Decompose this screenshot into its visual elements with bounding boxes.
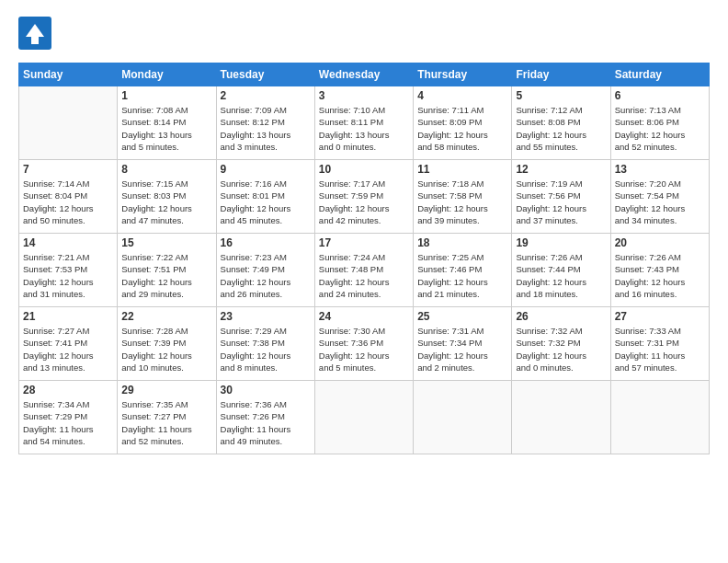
calendar-cell: 28Sunrise: 7:34 AMSunset: 7:29 PMDayligh… xyxy=(19,381,118,454)
day-info: Sunrise: 7:17 AMSunset: 7:59 PMDaylight:… xyxy=(319,178,409,226)
calendar-cell: 5Sunrise: 7:12 AMSunset: 8:08 PMDaylight… xyxy=(512,86,610,160)
calendar-cell xyxy=(610,381,709,454)
day-info: Sunrise: 7:12 AMSunset: 8:08 PMDaylight:… xyxy=(516,104,606,153)
day-number: 12 xyxy=(516,163,606,176)
calendar-cell: 14Sunrise: 7:21 AMSunset: 7:53 PMDayligh… xyxy=(19,234,118,307)
calendar-cell: 21Sunrise: 7:27 AMSunset: 7:41 PMDayligh… xyxy=(19,307,118,381)
column-header-tuesday: Tuesday xyxy=(216,63,314,86)
day-info: Sunrise: 7:29 AMSunset: 7:38 PMDaylight:… xyxy=(221,325,311,373)
calendar-cell: 26Sunrise: 7:32 AMSunset: 7:32 PMDayligh… xyxy=(512,307,610,381)
column-header-thursday: Thursday xyxy=(414,63,512,86)
day-number: 13 xyxy=(615,163,705,176)
day-number: 6 xyxy=(615,89,705,102)
day-info: Sunrise: 7:32 AMSunset: 7:32 PMDaylight:… xyxy=(516,325,606,373)
day-number: 26 xyxy=(516,310,606,323)
day-number: 22 xyxy=(121,310,211,323)
day-info: Sunrise: 7:18 AMSunset: 7:58 PMDaylight:… xyxy=(417,178,507,226)
calendar-cell: 3Sunrise: 7:10 AMSunset: 8:11 PMDaylight… xyxy=(314,86,413,160)
calendar-cell: 15Sunrise: 7:22 AMSunset: 7:51 PMDayligh… xyxy=(118,234,216,307)
header xyxy=(18,17,710,53)
calendar-cell: 8Sunrise: 7:15 AMSunset: 8:03 PMDaylight… xyxy=(118,160,216,234)
day-info: Sunrise: 7:30 AMSunset: 7:36 PMDaylight:… xyxy=(319,325,409,373)
day-info: Sunrise: 7:19 AMSunset: 7:56 PMDaylight:… xyxy=(516,178,606,226)
calendar-cell: 9Sunrise: 7:16 AMSunset: 8:01 PMDaylight… xyxy=(216,160,314,234)
day-number: 11 xyxy=(417,163,507,176)
calendar-week-row: 7Sunrise: 7:14 AMSunset: 8:04 PMDaylight… xyxy=(19,160,710,234)
day-number: 29 xyxy=(121,384,211,396)
calendar-cell: 11Sunrise: 7:18 AMSunset: 7:58 PMDayligh… xyxy=(414,160,512,234)
day-info: Sunrise: 7:25 AMSunset: 7:46 PMDaylight:… xyxy=(417,251,507,300)
day-info: Sunrise: 7:28 AMSunset: 7:39 PMDaylight:… xyxy=(121,325,211,373)
day-number: 16 xyxy=(221,236,311,249)
column-header-wednesday: Wednesday xyxy=(314,63,413,86)
day-number: 19 xyxy=(516,236,606,249)
calendar-week-row: 28Sunrise: 7:34 AMSunset: 7:29 PMDayligh… xyxy=(19,381,710,454)
day-number: 20 xyxy=(615,236,705,249)
calendar-week-row: 14Sunrise: 7:21 AMSunset: 7:53 PMDayligh… xyxy=(19,234,710,307)
day-number: 15 xyxy=(121,236,211,249)
day-number: 18 xyxy=(417,236,507,249)
day-number: 14 xyxy=(23,236,113,249)
day-info: Sunrise: 7:20 AMSunset: 7:54 PMDaylight:… xyxy=(615,178,705,226)
day-info: Sunrise: 7:35 AMSunset: 7:27 PMDaylight:… xyxy=(121,398,211,447)
day-number: 30 xyxy=(221,384,311,396)
calendar-week-row: 21Sunrise: 7:27 AMSunset: 7:41 PMDayligh… xyxy=(19,307,710,381)
column-header-sunday: Sunday xyxy=(19,63,118,86)
day-number: 2 xyxy=(221,89,311,102)
calendar-cell: 23Sunrise: 7:29 AMSunset: 7:38 PMDayligh… xyxy=(216,307,314,381)
day-number: 27 xyxy=(615,310,705,323)
day-info: Sunrise: 7:34 AMSunset: 7:29 PMDaylight:… xyxy=(23,398,113,447)
calendar-cell: 1Sunrise: 7:08 AMSunset: 8:14 PMDaylight… xyxy=(118,86,216,160)
day-number: 23 xyxy=(221,310,311,323)
day-info: Sunrise: 7:13 AMSunset: 8:06 PMDaylight:… xyxy=(615,104,705,153)
calendar-cell: 13Sunrise: 7:20 AMSunset: 7:54 PMDayligh… xyxy=(610,160,709,234)
calendar-cell xyxy=(512,381,610,454)
calendar-cell: 27Sunrise: 7:33 AMSunset: 7:31 PMDayligh… xyxy=(610,307,709,381)
calendar-cell: 25Sunrise: 7:31 AMSunset: 7:34 PMDayligh… xyxy=(414,307,512,381)
day-number: 1 xyxy=(121,89,211,102)
day-info: Sunrise: 7:14 AMSunset: 8:04 PMDaylight:… xyxy=(23,178,113,226)
day-info: Sunrise: 7:36 AMSunset: 7:26 PMDaylight:… xyxy=(221,398,311,447)
page: SundayMondayTuesdayWednesdayThursdayFrid… xyxy=(0,0,728,563)
calendar-cell: 4Sunrise: 7:11 AMSunset: 8:09 PMDaylight… xyxy=(414,86,512,160)
day-info: Sunrise: 7:09 AMSunset: 8:12 PMDaylight:… xyxy=(221,104,311,153)
calendar-cell: 10Sunrise: 7:17 AMSunset: 7:59 PMDayligh… xyxy=(314,160,413,234)
day-info: Sunrise: 7:15 AMSunset: 8:03 PMDaylight:… xyxy=(121,178,211,226)
calendar-cell: 22Sunrise: 7:28 AMSunset: 7:39 PMDayligh… xyxy=(118,307,216,381)
calendar-cell: 24Sunrise: 7:30 AMSunset: 7:36 PMDayligh… xyxy=(314,307,413,381)
day-info: Sunrise: 7:31 AMSunset: 7:34 PMDaylight:… xyxy=(417,325,507,373)
calendar-cell: 17Sunrise: 7:24 AMSunset: 7:48 PMDayligh… xyxy=(314,234,413,307)
calendar-cell: 20Sunrise: 7:26 AMSunset: 7:43 PMDayligh… xyxy=(610,234,709,307)
logo xyxy=(18,17,55,53)
day-number: 7 xyxy=(23,163,113,176)
logo-icon xyxy=(18,17,51,50)
day-info: Sunrise: 7:10 AMSunset: 8:11 PMDaylight:… xyxy=(319,104,409,153)
day-info: Sunrise: 7:08 AMSunset: 8:14 PMDaylight:… xyxy=(121,104,211,153)
day-info: Sunrise: 7:26 AMSunset: 7:44 PMDaylight:… xyxy=(516,251,606,300)
day-number: 10 xyxy=(319,163,409,176)
day-number: 3 xyxy=(319,89,409,102)
day-info: Sunrise: 7:22 AMSunset: 7:51 PMDaylight:… xyxy=(121,251,211,300)
calendar-cell: 19Sunrise: 7:26 AMSunset: 7:44 PMDayligh… xyxy=(512,234,610,307)
day-info: Sunrise: 7:33 AMSunset: 7:31 PMDaylight:… xyxy=(615,325,705,373)
calendar-table: SundayMondayTuesdayWednesdayThursdayFrid… xyxy=(18,63,710,454)
calendar-cell: 29Sunrise: 7:35 AMSunset: 7:27 PMDayligh… xyxy=(118,381,216,454)
day-number: 24 xyxy=(319,310,409,323)
day-number: 25 xyxy=(417,310,507,323)
svg-rect-2 xyxy=(31,37,39,44)
calendar-cell: 12Sunrise: 7:19 AMSunset: 7:56 PMDayligh… xyxy=(512,160,610,234)
calendar-cell: 2Sunrise: 7:09 AMSunset: 8:12 PMDaylight… xyxy=(216,86,314,160)
day-info: Sunrise: 7:11 AMSunset: 8:09 PMDaylight:… xyxy=(417,104,507,153)
calendar-cell xyxy=(314,381,413,454)
calendar-header-row: SundayMondayTuesdayWednesdayThursdayFrid… xyxy=(19,63,710,86)
day-number: 9 xyxy=(221,163,311,176)
calendar-week-row: 1Sunrise: 7:08 AMSunset: 8:14 PMDaylight… xyxy=(19,86,710,160)
calendar-cell: 7Sunrise: 7:14 AMSunset: 8:04 PMDaylight… xyxy=(19,160,118,234)
calendar-cell xyxy=(19,86,118,160)
column-header-friday: Friday xyxy=(512,63,610,86)
calendar-cell: 18Sunrise: 7:25 AMSunset: 7:46 PMDayligh… xyxy=(414,234,512,307)
day-info: Sunrise: 7:21 AMSunset: 7:53 PMDaylight:… xyxy=(23,251,113,300)
day-number: 28 xyxy=(23,384,113,396)
calendar-cell: 6Sunrise: 7:13 AMSunset: 8:06 PMDaylight… xyxy=(610,86,709,160)
calendar-cell: 30Sunrise: 7:36 AMSunset: 7:26 PMDayligh… xyxy=(216,381,314,454)
